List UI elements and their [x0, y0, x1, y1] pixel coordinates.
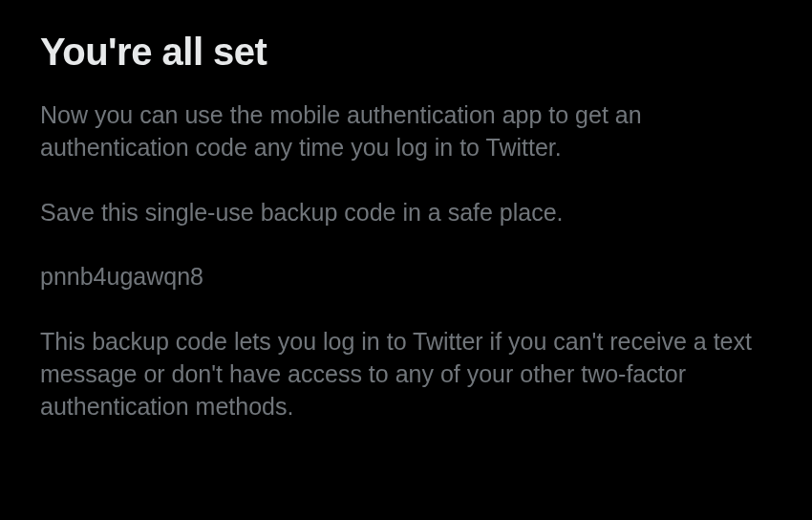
description-paragraph-1: Now you can use the mobile authenticatio… — [40, 99, 772, 164]
description-paragraph-3: This backup code lets you log in to Twit… — [40, 326, 772, 422]
description-paragraph-2: Save this single-use backup code in a sa… — [40, 197, 772, 229]
backup-code-value: pnnb4ugawqn8 — [40, 261, 772, 293]
confirmation-heading: You're all set — [40, 31, 772, 73]
